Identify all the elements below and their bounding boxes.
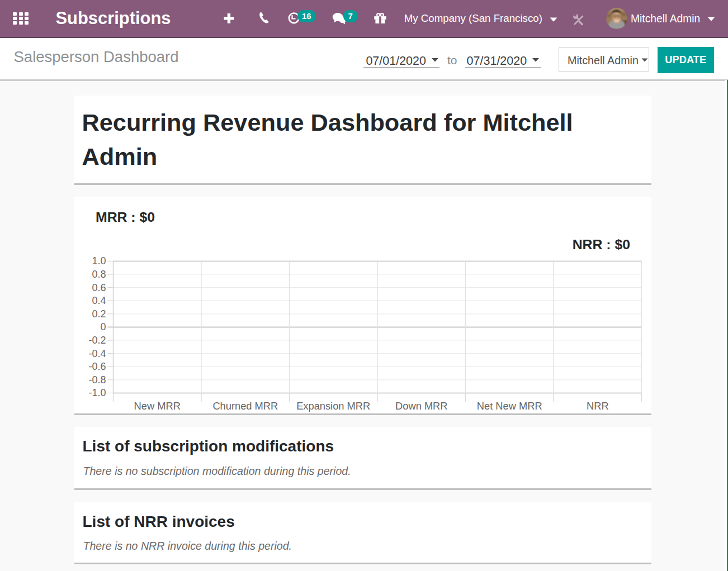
svg-text:Expansion MRR: Expansion MRR: [296, 400, 370, 412]
svg-text:0: 0: [100, 321, 106, 332]
svg-text:Net New MRR: Net New MRR: [476, 400, 542, 412]
svg-text:NRR: NRR: [586, 400, 608, 412]
svg-text:-1.0: -1.0: [88, 387, 106, 398]
svg-text:Down MRR: Down MRR: [395, 400, 447, 412]
svg-text:Churned MRR: Churned MRR: [212, 400, 278, 412]
svg-text:-0.2: -0.2: [88, 335, 106, 346]
svg-text:0.6: 0.6: [92, 282, 106, 293]
svg-text:0.8: 0.8: [92, 269, 106, 280]
svg-text:0.4: 0.4: [92, 295, 106, 306]
svg-text:-0.8: -0.8: [88, 374, 106, 386]
svg-text:New MRR: New MRR: [134, 400, 180, 412]
svg-text:1.0: 1.0: [92, 255, 106, 267]
svg-text:-0.6: -0.6: [88, 361, 106, 372]
svg-text:0.2: 0.2: [92, 308, 106, 320]
svg-text:-0.4: -0.4: [88, 348, 106, 359]
